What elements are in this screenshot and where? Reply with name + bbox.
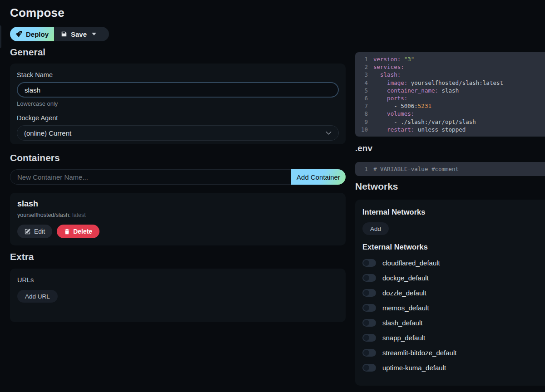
compose-editor[interactable]: 1version: "3"2services:3 slash:4 image: … (355, 52, 545, 137)
deploy-button[interactable]: Deploy (10, 27, 54, 41)
network-label: slash_default (382, 319, 422, 327)
network-toggle[interactable] (362, 334, 376, 342)
stack-name-input[interactable] (17, 82, 339, 98)
network-toggle[interactable] (362, 319, 376, 327)
extra-card: URLs Add URL (10, 269, 346, 322)
toolbar: Deploy Save (10, 27, 109, 41)
line-number: 1 (355, 165, 368, 173)
line-number: 5 (355, 87, 368, 94)
floppy-icon (61, 31, 67, 37)
dockge-agent-value: (online) Current (24, 129, 71, 137)
container-image-tag: latest (72, 212, 86, 218)
code-line[interactable]: 3 slash: (355, 71, 545, 78)
external-network-row: snapp_default (362, 332, 543, 343)
code-text: image: yourselfhosted/slash:latest (368, 79, 503, 87)
new-container-group: Add Container (10, 169, 346, 185)
line-number: 6 (355, 94, 368, 102)
code-line[interactable]: 7 - 5006:5231 (355, 102, 545, 110)
network-toggle[interactable] (362, 304, 376, 312)
network-toggle[interactable] (362, 364, 376, 372)
line-number: 3 (355, 71, 368, 78)
code-text: # VARIABLE=value #comment (368, 165, 459, 173)
code-text: - ./slash:/var/opt/slash (368, 118, 476, 126)
deploy-label: Deploy (26, 30, 49, 38)
external-network-row: dockge_default (362, 272, 543, 283)
line-number: 8 (355, 110, 368, 118)
caret-down-icon (92, 33, 96, 35)
add-internal-network-button[interactable]: Add (362, 222, 389, 235)
general-card: Stack Name Lowercase only Dockge Agent (… (10, 64, 346, 144)
line-number: 10 (355, 126, 368, 133)
external-networks-heading: External Networks (362, 243, 543, 251)
network-toggle[interactable] (362, 259, 376, 267)
general-heading: General (10, 47, 45, 58)
save-dropdown-caret[interactable] (92, 27, 109, 41)
container-image: yourselfhosted/slash: latest (17, 212, 338, 218)
env-heading: .env (355, 143, 372, 153)
networks-heading: Networks (355, 181, 398, 192)
urls-label: URLs (17, 276, 338, 284)
edit-icon (25, 228, 31, 235)
trash-icon (64, 229, 70, 235)
external-network-row: memos_default (362, 302, 543, 313)
code-line[interactable]: 9 - ./slash:/var/opt/slash (355, 118, 545, 126)
save-button[interactable]: Save (54, 27, 92, 41)
code-line[interactable]: 2services: (355, 63, 545, 71)
code-text: container_name: slash (368, 87, 459, 94)
code-line[interactable]: 1version: "3" (355, 55, 545, 63)
save-button-group: Save (54, 27, 109, 41)
save-label: Save (71, 30, 87, 38)
network-label: dozzle_default (382, 289, 426, 297)
line-number: 9 (355, 118, 368, 126)
external-network-row: uptime-kuma_default (362, 362, 543, 373)
container-card: slash yourselfhosted/slash: latest Edit … (10, 193, 346, 245)
add-url-button[interactable]: Add URL (17, 290, 58, 303)
stack-name-hint: Lowercase only (17, 100, 339, 107)
code-line[interactable]: 8 volumes: (355, 110, 545, 118)
code-text: services: (368, 63, 404, 71)
network-label: streamlit-bitdoze_default (382, 349, 456, 357)
code-line[interactable]: 6 ports: (355, 94, 545, 102)
external-network-row: streamlit-bitdoze_default (362, 347, 543, 358)
code-text: - 5006:5231 (368, 102, 431, 110)
line-number: 1 (355, 55, 368, 63)
external-network-row: dozzle_default (362, 287, 543, 298)
network-label: cloudflared_default (382, 259, 440, 267)
edit-label: Edit (34, 228, 45, 235)
chevron-down-icon (326, 131, 332, 135)
containers-heading: Containers (10, 152, 60, 163)
delete-container-button[interactable]: Delete (57, 225, 99, 238)
network-toggle[interactable] (362, 349, 376, 357)
code-line[interactable]: 1# VARIABLE=value #comment (355, 165, 545, 173)
network-toggle[interactable] (362, 289, 376, 297)
stack-name-label: Stack Name (17, 71, 339, 78)
line-number: 2 (355, 63, 368, 71)
dockge-agent-select[interactable]: (online) Current (17, 125, 339, 141)
code-line[interactable]: 10 restart: unless-stopped (355, 126, 545, 133)
code-text: volumes: (368, 110, 414, 118)
code-line[interactable]: 5 container_name: slash (355, 87, 545, 94)
add-container-button[interactable]: Add Container (291, 169, 346, 185)
container-image-name: yourselfhosted/slash: (17, 212, 70, 218)
networks-card: Internal Networks Add External Networks … (355, 200, 545, 386)
code-text: restart: unless-stopped (368, 126, 466, 133)
code-text: ports: (368, 94, 407, 102)
network-label: uptime-kuma_default (382, 364, 446, 372)
container-name: slash (17, 199, 338, 209)
edit-container-button[interactable]: Edit (17, 225, 52, 238)
extra-heading: Extra (10, 251, 34, 262)
code-text: slash: (368, 71, 401, 78)
code-line[interactable]: 4 image: yourselfhosted/slash:latest (355, 79, 545, 87)
network-toggle[interactable] (362, 274, 376, 282)
env-editor[interactable]: 1# VARIABLE=value #comment (355, 162, 545, 176)
page-title: Compose (10, 6, 64, 20)
delete-label: Delete (73, 228, 92, 235)
network-label: memos_default (382, 304, 429, 312)
dockge-agent-label: Dockge Agent (17, 114, 339, 122)
code-text: version: "3" (368, 55, 414, 63)
external-network-row: slash_default (362, 317, 543, 328)
line-number: 4 (355, 79, 368, 87)
external-network-row: cloudflared_default (362, 257, 543, 268)
new-container-input[interactable] (10, 169, 291, 185)
network-label: snapp_default (382, 334, 425, 342)
